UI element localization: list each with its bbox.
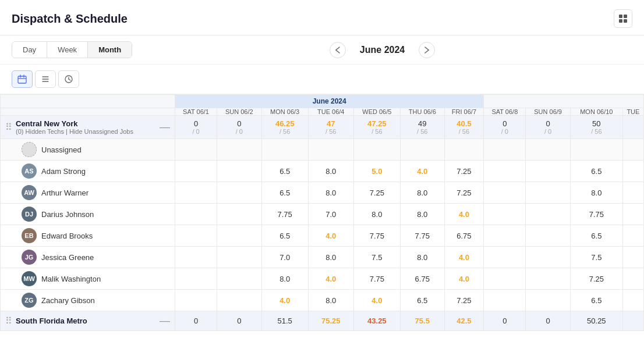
jessica-mon10: 7.5	[570, 247, 622, 268]
unassigned-name-cell: Unassigned	[1, 139, 175, 161]
edward-fri7: 6.75	[444, 225, 484, 247]
tech-row-jessica-greene: JG Jessica Greene 7.0 8.0 7.5 8.0 4.0 7.…	[1, 247, 644, 268]
grid-icon-button[interactable]	[614, 9, 632, 28]
tech-row-edward-brooks: EB Edward Brooks 6.5 4.0 7.75 7.75 6.75 …	[1, 225, 644, 247]
adam-mon10: 6.5	[570, 161, 622, 182]
region-total-sun9: 0 / 0	[526, 116, 571, 139]
jessica-thu6: 8.0	[401, 247, 445, 268]
jessica-fri7: 4.0	[444, 247, 484, 268]
edward-mon3: 6.5	[261, 225, 308, 247]
month-navigation: June 2024	[132, 42, 632, 58]
tab-day[interactable]: Day	[12, 42, 47, 58]
darius-sat1	[175, 204, 217, 225]
edward-tue11	[622, 225, 643, 247]
name-col-header	[1, 95, 175, 108]
south-florida-drag-handle[interactable]: ⠿	[5, 315, 12, 326]
edward-brooks-label: Edward Brooks	[41, 232, 93, 240]
adam-sat8	[484, 161, 526, 182]
unassigned-label: Unassigned	[41, 145, 82, 154]
region-total-tue4: 47 / 56	[308, 116, 353, 139]
adam-fri7: 7.25	[444, 161, 484, 182]
malik-mon3: 8.0	[261, 268, 308, 290]
unassigned-mon10	[570, 139, 622, 161]
adam-strong-avatar: AS	[22, 163, 37, 179]
edward-wed5: 7.75	[353, 225, 400, 247]
svg-rect-1	[624, 15, 627, 18]
arthur-wed5: 7.25	[353, 182, 400, 204]
malik-washington-label: Malik Washington	[41, 275, 101, 283]
malik-washington-avatar: MW	[22, 271, 37, 286]
region-dash: —	[160, 121, 170, 133]
sf-sun2: 0	[217, 311, 262, 331]
col-thu-6: THU 06/6	[401, 108, 445, 116]
malik-washington-name-cell: MW Malik Washington	[1, 268, 175, 290]
region-name-label: Central New York	[16, 119, 133, 128]
clock-view-button[interactable]	[58, 70, 79, 88]
svg-rect-2	[619, 19, 622, 23]
region-total-fri7: 40.5 / 56	[444, 116, 484, 139]
sf-fri7: 42.5	[444, 311, 484, 331]
unassigned-wed5	[353, 139, 400, 161]
zachary-mon10: 6.5	[570, 290, 622, 311]
edward-tue4: 4.0	[308, 225, 353, 247]
sf-sat8: 0	[484, 311, 526, 331]
jessica-greene-avatar: JG	[22, 250, 37, 265]
unassigned-sat1	[175, 139, 217, 161]
sf-tue4: 75.25	[308, 311, 353, 331]
jessica-wed5: 7.5	[353, 247, 400, 268]
darius-sun9	[526, 204, 571, 225]
adam-sun9	[526, 161, 571, 182]
svg-rect-3	[624, 19, 627, 23]
jessica-tue4: 8.0	[308, 247, 353, 268]
region-total-thu6: 49 / 56	[401, 116, 445, 139]
prev-month-button[interactable]	[330, 42, 346, 58]
adam-mon3: 6.5	[261, 161, 308, 182]
malik-tue11	[622, 268, 643, 290]
malik-sun2	[217, 268, 262, 290]
sf-mon3: 51.5	[261, 311, 308, 331]
jessica-sat8	[484, 247, 526, 268]
tech-row-arthur-warner: AW Arthur Warner 6.5 8.0 7.25 8.0 7.25 8…	[1, 182, 644, 204]
darius-johnson-avatar: DJ	[22, 207, 37, 222]
region-sub-label: (0) Hidden Techs | Hide Unassigned Jobs	[16, 128, 133, 135]
calendar-view-button[interactable]	[12, 70, 33, 88]
col-mon-10: MON 06/10	[570, 108, 622, 116]
arthur-warner-avatar: AW	[22, 185, 37, 200]
schedule-container: June 2024 SAT 06/1 SUN 06/2 MON 06/3 TUE…	[0, 94, 644, 331]
tech-row-adam-strong: AS Adam Strong 6.5 8.0 5.0 4.0 7.25 6.5	[1, 161, 644, 182]
adam-strong-name-cell: AS Adam Strong	[1, 161, 175, 182]
region-total-sat8: 0 / 0	[484, 116, 526, 139]
zachary-tue11	[622, 290, 643, 311]
col-sat-8: SAT 06/8	[484, 108, 526, 116]
current-month-label: June 2024	[360, 45, 405, 55]
zachary-sat1	[175, 290, 217, 311]
adam-sat1	[175, 161, 217, 182]
adam-sun2	[217, 161, 262, 182]
arthur-thu6: 8.0	[401, 182, 445, 204]
region-total-tue11	[622, 116, 643, 139]
sf-sun9: 0	[526, 311, 571, 331]
unassigned-mon3	[261, 139, 308, 161]
zachary-gibson-name-cell: ZG Zachary Gibson	[1, 290, 175, 311]
south-florida-name-cell: ⠿ South Florida Metro —	[1, 311, 175, 331]
month-header-row: June 2024	[1, 95, 644, 108]
zachary-sat8	[484, 290, 526, 311]
adam-tue4: 8.0	[308, 161, 353, 182]
tab-week[interactable]: Week	[47, 42, 87, 58]
view-tab-group: Day Week Month	[12, 41, 132, 58]
region-total-sat1: 0 / 0	[175, 116, 217, 139]
toolbar	[0, 65, 644, 94]
zachary-fri7: 7.25	[444, 290, 484, 311]
tech-row-unassigned: Unassigned	[1, 139, 644, 161]
next-month-button[interactable]	[419, 42, 435, 58]
drag-handle-icon[interactable]: ⠿	[5, 122, 12, 133]
list-view-button[interactable]	[35, 70, 56, 88]
col-sun-2: SUN 06/2	[217, 108, 262, 116]
col-sun-9: SUN 06/9	[526, 108, 571, 116]
tab-month[interactable]: Month	[87, 42, 132, 58]
darius-johnson-name-cell: DJ Darius Johnson	[1, 204, 175, 225]
edward-sat8	[484, 225, 526, 247]
svg-rect-0	[619, 15, 622, 18]
south-florida-name-label: South Florida Metro	[16, 317, 87, 325]
edward-mon10: 6.5	[570, 225, 622, 247]
